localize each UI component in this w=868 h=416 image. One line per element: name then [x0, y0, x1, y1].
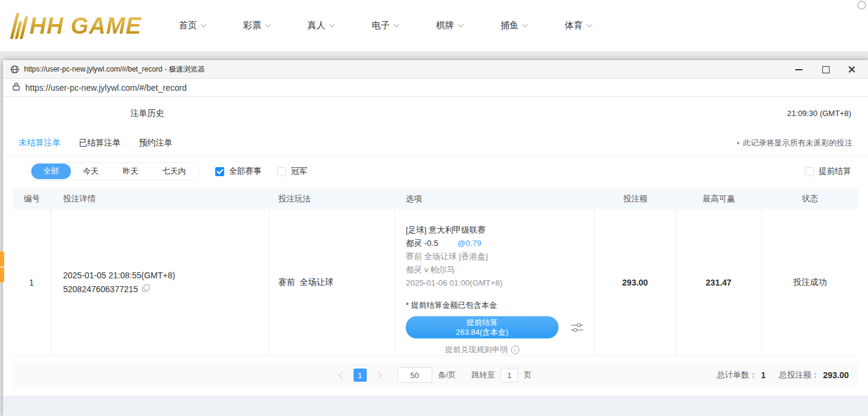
cell-status: 投注成功 [762, 209, 858, 355]
total-count-value: 1 [761, 370, 766, 380]
current-time: 21:09:30 (GMT+8) [787, 109, 851, 118]
tabs-row: 未结算注单 已结算注单 预约注单 此记录将显示所有未派彩的投注 [3, 130, 868, 156]
prev-page-icon[interactable] [338, 372, 346, 379]
table-row: 1 2025-01-05 21:08:55(GMT+8) 52082476063… [13, 209, 858, 356]
date-filter-yesterday[interactable]: 昨天 [111, 164, 150, 179]
site-header: HH GAME 首页 彩票 真人 电子 棋牌 捕鱼 体育 [0, 0, 868, 51]
side-promo-tab[interactable] [0, 251, 4, 283]
col-header-no: 编号 [13, 194, 51, 204]
maximize-icon[interactable] [821, 65, 830, 73]
col-header-status: 状态 [762, 194, 858, 204]
checkbox-unchecked-icon [805, 167, 814, 176]
chevron-down-icon [394, 22, 400, 28]
col-header-amount: 投注额 [594, 194, 676, 204]
bet-table: 编号 投注详情 投注玩法 选项 投注额 最高可赢 状态 1 2025-01-05… [13, 189, 858, 356]
cashout-button[interactable]: 提前结算 263.84(含本金) [406, 316, 558, 338]
cashout-note: * 提前结算金额已包含本金 [406, 299, 594, 311]
minimize-icon[interactable] [795, 65, 803, 73]
globe-favicon-icon [10, 65, 19, 74]
per-page-label: 条/页 [438, 370, 456, 381]
url-text: https://user-pc-new.jylywl.com/#/bet_rec… [25, 83, 186, 93]
option-match-time: 2025-01-06 01:00(GMT+8) [406, 277, 594, 290]
nav-item-cards[interactable]: 棋牌 [436, 20, 463, 31]
browser-titlebar: https://user-pc-new.jylywl.com/#/bet_rec… [3, 60, 868, 79]
nav-item-slots[interactable]: 电子 [371, 20, 399, 31]
next-page-icon[interactable] [374, 372, 382, 379]
col-header-maxwin: 最高可赢 [676, 194, 762, 204]
jump-to-label: 跳转至 [471, 370, 495, 381]
cell-option: [足球] 意大利甲级联赛 都灵 -0.5 @0.79 赛前 全场让球 [香港盘]… [395, 209, 594, 355]
jump-page-input[interactable] [500, 368, 518, 382]
nav-item-lottery[interactable]: 彩票 [243, 20, 270, 31]
total-amount-value: 293.00 [823, 370, 849, 380]
cell-play-type: 赛前 全场让球 [270, 209, 395, 355]
checkbox-all-events[interactable]: 全部赛事 [215, 166, 261, 177]
cell-max-win: 231.47 [676, 209, 762, 355]
window-controls [795, 65, 861, 73]
slider-settings-icon[interactable] [570, 322, 584, 333]
page-content: 注单历史 21:09:30 (GMT+8) 未结算注单 已结算注单 预约注单 此… [3, 97, 868, 416]
chevron-down-icon [587, 22, 593, 28]
site-logo[interactable]: HH GAME [13, 13, 141, 39]
main-nav: 首页 彩票 真人 电子 棋牌 捕鱼 体育 [179, 20, 591, 31]
checkbox-unchecked-icon [277, 167, 286, 176]
option-pick: 都灵 -0.5 [406, 239, 438, 248]
chevron-down-icon [265, 22, 271, 28]
option-pick-line: 都灵 -0.5 @0.79 [406, 237, 594, 250]
date-filter-today[interactable]: 今天 [71, 164, 111, 179]
col-header-option: 选项 [395, 194, 594, 204]
checkbox-checked-icon [215, 167, 224, 176]
browser-window: https://user-pc-new.jylywl.com/#/bet_rec… [3, 60, 868, 416]
bet-id: 5208247606377215 [63, 284, 138, 294]
bottom-strip [3, 396, 868, 416]
close-icon[interactable] [848, 65, 856, 73]
chevron-down-icon [458, 22, 464, 28]
page-header: 注单历史 21:09:30 (GMT+8) [3, 97, 868, 130]
pagination-bar: 1 条/页 跳转至 页 总计单数： 1 总投注额： 293.00 [13, 363, 858, 387]
logo-text: HH GAME [29, 13, 141, 39]
chevron-down-icon [522, 22, 528, 28]
tab-note: 此记录将显示所有未派彩的投注 [737, 138, 852, 148]
tab-reserved[interactable]: 预约注单 [139, 138, 173, 148]
option-market: 赛前 全场让球 [香港盘] [406, 250, 594, 263]
address-bar[interactable]: https://user-pc-new.jylywl.com/#/bet_rec… [3, 79, 868, 97]
lock-icon [13, 82, 20, 93]
nav-item-fishing[interactable]: 捕鱼 [500, 20, 527, 31]
option-match: 都灵 v 帕尔马 [406, 263, 594, 277]
page-title: 注单历史 [130, 108, 164, 119]
totals-summary: 总计单数： 1 总投注额： 293.00 [717, 370, 858, 381]
cashout-rule-link[interactable]: 提前兑现规则申明 [406, 344, 558, 355]
col-header-play: 投注玩法 [270, 194, 395, 204]
option-odds[interactable]: @0.79 [457, 239, 481, 248]
chevron-down-icon [329, 22, 335, 28]
total-amount-label: 总投注额： [779, 370, 820, 381]
date-filter-all[interactable]: 全部 [31, 164, 71, 179]
checkbox-champion[interactable]: 冠军 [277, 166, 307, 177]
chevron-down-icon [201, 22, 207, 28]
date-filter-group: 全部 今天 昨天 七天内 [29, 162, 200, 180]
cell-bet-detail: 2025-01-05 21:08:55(GMT+8) 5208247606377… [51, 209, 270, 355]
logo-bars-icon [10, 13, 29, 39]
pager-controls: 1 条/页 跳转至 页 [340, 367, 532, 383]
checkbox-early-settle[interactable]: 提前结算 [805, 166, 851, 177]
option-league: [足球] 意大利甲级联赛 [406, 224, 594, 237]
help-icon[interactable] [857, 1, 866, 10]
col-header-detail: 投注详情 [51, 194, 270, 204]
page-unit-label: 页 [524, 370, 531, 381]
table-header: 编号 投注详情 投注玩法 选项 投注额 最高可赢 状态 [13, 189, 858, 209]
bet-time: 2025-01-05 21:08:55(GMT+8) [63, 271, 269, 280]
bullet-dot-icon [737, 142, 739, 144]
cell-row-no: 1 [13, 209, 51, 355]
tab-settled[interactable]: 已结算注单 [79, 138, 121, 148]
page-size-input[interactable] [397, 367, 432, 383]
tab-unsettled[interactable]: 未结算注单 [19, 138, 61, 148]
nav-item-live[interactable]: 真人 [307, 20, 334, 31]
info-icon [511, 346, 519, 354]
total-count-label: 总计单数： [717, 370, 757, 381]
nav-item-home[interactable]: 首页 [179, 20, 206, 31]
nav-item-sports[interactable]: 体育 [564, 20, 591, 31]
filter-row: 全部 今天 昨天 七天内 全部赛事 冠军 提前结算 [3, 156, 868, 186]
date-filter-7days[interactable]: 七天内 [150, 164, 198, 179]
copy-icon[interactable] [142, 284, 150, 294]
current-page-button[interactable]: 1 [353, 369, 367, 382]
